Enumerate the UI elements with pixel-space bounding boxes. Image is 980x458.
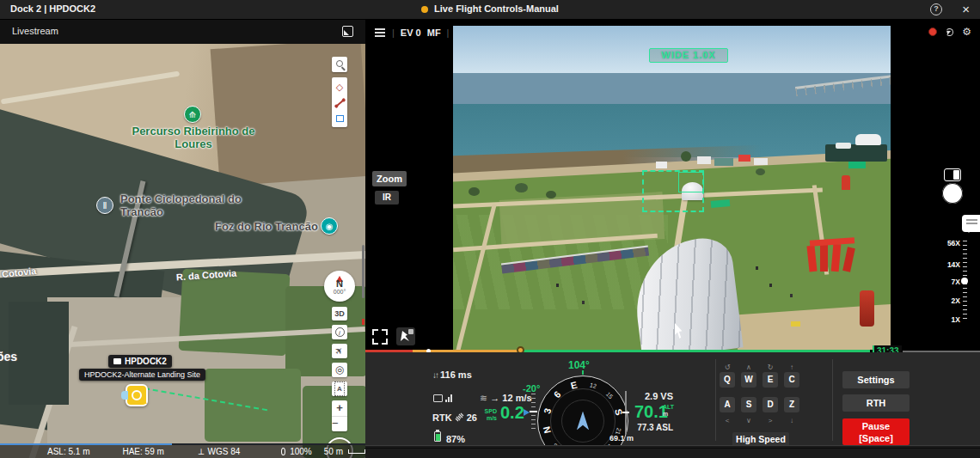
map-scrollbar[interactable] [362, 245, 364, 298]
compass-mark: 3 [542, 407, 553, 415]
battery-value: 87% [446, 434, 465, 444]
street-label-partial: ões [0, 350, 17, 363]
zoom-lens-button[interactable]: Zoom [372, 171, 407, 186]
map-draw-tools: ◇ [332, 77, 347, 127]
refresh-icon[interactable] [946, 28, 953, 36]
green-mat [848, 162, 866, 168]
trail-pin[interactable]: ⟰ [184, 106, 201, 123]
ev-value[interactable]: EV 0 [401, 27, 421, 38]
map-panel: Livestream ⟰ Percurso Ribeirinho de [0, 20, 365, 458]
diamond-tool-icon[interactable]: ◇ [336, 82, 343, 92]
map-zoom-controls: + − [332, 400, 347, 431]
signal-bars-icon [445, 394, 452, 402]
white-tent [855, 134, 881, 145]
key-hint-icon: ↑ [784, 364, 799, 371]
zoom-out-button[interactable]: − [332, 416, 347, 431]
capture-mode-icon[interactable] [944, 168, 961, 181]
hae-value: HAE: 59 m [122, 447, 163, 456]
key-q[interactable]: Q [720, 372, 735, 388]
satellite-icon [455, 412, 464, 422]
rth-button[interactable]: RTH [842, 394, 910, 412]
rtk-row: RTK 26 [432, 412, 477, 423]
swap-view-icon[interactable] [342, 26, 353, 37]
settings-button[interactable]: Settings [842, 371, 910, 388]
screen-signal-icon [433, 394, 443, 402]
bottom-strip [365, 445, 980, 458]
record-icon[interactable] [928, 27, 937, 36]
frame-a-icon: A [334, 382, 345, 396]
zoom-scale-label[interactable]: 14X [934, 260, 960, 269]
map-search-button[interactable] [332, 57, 347, 72]
polygon-tool-icon[interactable] [336, 115, 344, 122]
ir-lens-button[interactable]: IR [375, 191, 399, 205]
pause-button[interactable]: Pause[Space] [842, 418, 910, 445]
key-hint-icon: ↓ [784, 418, 799, 424]
video-feed[interactable]: WIDE 1.0X [453, 26, 891, 350]
key-e[interactable]: E [763, 372, 778, 388]
flight-mode-status: Live Flight Controls-Manual [0, 3, 980, 14]
speed-value: 0.2 [500, 403, 524, 423]
zoom-scale-label[interactable]: 7X [934, 278, 960, 286]
datum-label: WGS 84 [208, 447, 241, 456]
shutter-button[interactable] [942, 183, 963, 204]
red-sculpture [808, 239, 861, 273]
event-tent [697, 156, 711, 164]
map-compass[interactable]: N 000° [324, 271, 355, 302]
zoom-scale-label[interactable]: 56X [934, 239, 960, 247]
zoom-scale-label[interactable]: 2X [934, 296, 960, 305]
map-grass-patch [179, 269, 291, 356]
bridge-pin[interactable]: Ⅱ [96, 197, 113, 214]
separator: | [392, 27, 395, 38]
compass-n-label: N [324, 278, 355, 289]
small-tent [656, 162, 667, 168]
zoom-in-button[interactable]: + [336, 400, 343, 416]
split-view-icon[interactable] [372, 329, 388, 345]
polyline-tool-icon[interactable] [335, 100, 344, 107]
person [756, 266, 758, 270]
focus-mode[interactable]: MF [427, 27, 441, 38]
gear-icon[interactable]: ⚙ [962, 27, 971, 37]
person [769, 284, 772, 287]
event-truck [754, 158, 768, 165]
key-w[interactable]: W [741, 372, 756, 388]
wind-icon: ≋ [480, 393, 487, 403]
dock-marker[interactable] [126, 384, 148, 406]
zoom-scale-label[interactable]: 1X [934, 315, 960, 324]
person [556, 284, 559, 287]
map-locate-button[interactable]: ◎ [332, 363, 347, 377]
key-hint-icon: ∧ [741, 364, 756, 371]
map-aircraft-button[interactable]: ✈ [332, 344, 347, 358]
map-dock-water [9, 302, 69, 405]
map-header: Livestream [0, 20, 365, 44]
key-a[interactable]: A [720, 397, 735, 412]
map-3d-button[interactable]: 3D [332, 307, 347, 321]
key-c[interactable]: C [784, 372, 799, 388]
map-grass-patch [205, 369, 301, 442]
key-d[interactable]: D [763, 397, 778, 412]
river-mouth-pin[interactable]: ◉ [321, 217, 338, 235]
key-hint-icon: ↻ [763, 364, 778, 371]
map-lock-icon[interactable] [396, 327, 415, 345]
control-deck: ↓↑ 116 ms RTK 26 87% ≋ → 12 m/s SPDm/s [365, 352, 980, 445]
speed-mode-label[interactable]: High Speed [X] [732, 432, 789, 445]
map-scrollbar-marker [362, 319, 364, 325]
battery-icon [434, 431, 441, 442]
close-icon[interactable]: × [962, 1, 970, 18]
key-s[interactable]: S [741, 397, 756, 412]
map-frame-button[interactable]: A [332, 382, 347, 396]
map-info-button[interactable]: i [332, 325, 347, 339]
message-bubble-icon[interactable] [962, 215, 980, 232]
info-icon: i [335, 327, 345, 337]
latency-icon: ↓↑ [432, 370, 438, 380]
dock-icon [113, 358, 121, 364]
key-hint-icon: > [763, 418, 778, 424]
camera-settings-icon[interactable] [375, 32, 385, 34]
dock-tooltip: HPDOCK2 [108, 355, 172, 368]
shrub [756, 168, 765, 175]
help-icon[interactable]: ? [930, 3, 942, 15]
key-z[interactable]: Z [784, 397, 799, 412]
zoom-scale-rail[interactable]: 56X14X7X2X1X [928, 236, 976, 327]
zoom-indicator-dot[interactable] [961, 278, 968, 284]
zoom-mode-osd: WIDE 1.0X [649, 48, 728, 63]
map-canvas[interactable]: ⟰ Percurso Ribeirinho de Loures Ⅱ Ponte … [0, 44, 365, 458]
